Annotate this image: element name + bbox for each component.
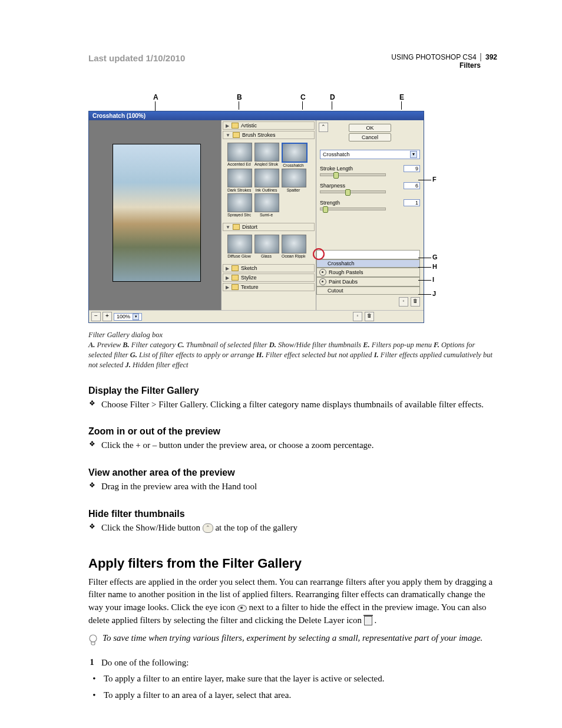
callout-e: E [399, 93, 404, 101]
param-label: Strength [320, 200, 340, 206]
eye-icon [237, 605, 247, 612]
thumb-dark-strokes[interactable]: Dark Strokes [227, 169, 251, 192]
body-text: To apply a filter to an area of a layer,… [104, 689, 291, 702]
stack-label: Crosshatch [328, 261, 355, 266]
preview-image [113, 144, 201, 282]
filter-stack: Crosshatch Rough Pastels Paint Daubs Cut… [316, 250, 420, 295]
bullet-item: •To apply a filter to an area of a layer… [91, 689, 497, 702]
dialog-titlebar: Crosshatch (100%) [89, 111, 424, 120]
filter-popup-menu[interactable]: Crosshatch ▾ [320, 150, 420, 159]
category-sketch[interactable]: ▶Sketch [223, 264, 315, 272]
text-run: Click the Show/Hide button [101, 523, 203, 532]
category-label: Brush Strokes [242, 132, 276, 138]
section-name: Filters [391, 61, 497, 70]
svg-point-0 [90, 635, 97, 642]
stack-item-crosshatch[interactable]: Crosshatch [316, 259, 420, 268]
thumb-ink-outlines[interactable]: Ink Outlines [254, 169, 278, 192]
stack-empty [316, 250, 420, 259]
bullet-item: ❖ Click the Show/Hide button ⌃ at the to… [88, 522, 497, 535]
param-label: Stroke Length [320, 166, 353, 172]
thumb-sprayed-strokes[interactable]: Sprayed Strokes [227, 193, 251, 217]
diamond-bullet-icon: ❖ [88, 522, 95, 535]
thumb-ocean-ripple[interactable]: Ocean Ripple [282, 235, 305, 258]
trash-icon [364, 616, 372, 625]
tip: To save time when trying various filters… [88, 633, 497, 647]
selected-filter-name: Crosshatch [323, 151, 350, 157]
page-number: 392 [485, 53, 497, 61]
thumb-sumi-e[interactable]: Sumi-e [254, 193, 278, 217]
brush-thumbnails: Accented Edges Angled Strokes Crosshatch… [222, 140, 316, 222]
new-effect-layer-button[interactable]: ▫ [399, 297, 408, 307]
heading-display-filter-gallery: Display the Filter Gallery [88, 386, 497, 396]
thumb-diffuse-glow[interactable]: Diffuse Glow [227, 235, 251, 258]
callout-ring [313, 248, 325, 260]
trash-icon[interactable]: 🗑 [365, 312, 374, 321]
body-paragraph: Filter effects are applied in the order … [88, 576, 497, 627]
figure-legend: A. Preview B. Filter category C. Thumbna… [88, 340, 497, 370]
eye-icon[interactable] [319, 278, 326, 285]
callout-b: B [237, 93, 242, 101]
zoom-in-button[interactable]: + [103, 312, 112, 321]
figure-caption-title: Filter Gallery dialog box [88, 330, 497, 340]
slider-stroke-length[interactable] [320, 173, 386, 176]
step-number: 1 [88, 657, 95, 670]
preview-pane[interactable] [89, 120, 222, 310]
stack-item-paint-daubs[interactable]: Paint Daubs [316, 277, 420, 286]
body-text: Drag in the preview area with the Hand t… [101, 480, 257, 493]
diamond-bullet-icon: ❖ [88, 439, 95, 452]
show-hide-button[interactable]: ⌃ [319, 123, 328, 132]
body-text: Click the Show/Hide button ⌃ at the top … [101, 522, 297, 535]
category-artistic[interactable]: ▶Artistic [223, 121, 315, 130]
category-label: Distort [242, 224, 257, 230]
callout-h: H [432, 263, 437, 270]
callout-f: F [432, 176, 437, 183]
body-text: To apply a filter to an entire layer, ma… [104, 673, 384, 686]
ok-button[interactable]: OK [349, 124, 391, 132]
param-strength: Strength 1 [320, 199, 420, 206]
body-text: Click the + or – button under the previe… [101, 439, 373, 452]
slider-sharpness[interactable] [320, 190, 386, 193]
doc-title: USING PHOTOSHOP CS4 [391, 53, 481, 61]
thumb-angled-strokes[interactable]: Angled Strokes [254, 143, 278, 167]
figure: A B C D E Crosshatch (100%) ▶Artistic ▼B… [88, 93, 497, 323]
chevron-down-icon: ▾ [133, 314, 139, 320]
filter-category-pane[interactable]: ▶Artistic ▼Brush Strokes Accented Edges … [222, 120, 316, 310]
stack-label: Cutout [328, 288, 343, 294]
category-label: Stylize [241, 275, 257, 281]
category-texture[interactable]: ▶Texture [223, 283, 315, 291]
page-header: Last updated 1/10/2010 USING PHOTOSHOP C… [88, 53, 497, 70]
last-updated: Last updated 1/10/2010 [88, 53, 185, 63]
thumb-glass[interactable]: Glass [254, 235, 278, 258]
stack-item-cutout[interactable]: Cutout [316, 286, 420, 295]
param-value[interactable]: 6 [404, 182, 420, 189]
eye-icon[interactable] [319, 269, 326, 276]
tip-text: To save time when trying various filters… [103, 633, 482, 647]
callout-c: C [300, 93, 306, 101]
filter-options-pane: ⌃ OK Cancel Crosshatch ▾ Stroke Length 9… [316, 120, 424, 310]
zoom-select[interactable]: 100%▾ [114, 313, 142, 321]
cancel-button[interactable]: Cancel [349, 133, 391, 141]
step-1: 1Do one of the following: [88, 657, 497, 670]
slider-strength[interactable] [320, 207, 386, 210]
heading-hide-thumbnails: Hide filter thumbnails [88, 509, 497, 519]
category-stylize[interactable]: ▶Stylize [223, 274, 315, 282]
thumb-spatter[interactable]: Spatter [282, 169, 305, 192]
thumb-accented-edges[interactable]: Accented Edges [227, 143, 251, 167]
param-stroke-length: Stroke Length 9 [320, 165, 420, 172]
param-value[interactable]: 1 [404, 199, 420, 206]
distort-thumbnails: Diffuse Glow Glass Ocean Ripple [222, 232, 316, 263]
zoom-out-button[interactable]: − [91, 312, 101, 321]
diamond-bullet-icon: ❖ [88, 398, 95, 411]
category-brush-strokes[interactable]: ▼Brush Strokes [223, 131, 315, 139]
stack-item-rough-pastels[interactable]: Rough Pastels [316, 268, 420, 277]
delete-effect-layer-button[interactable]: 🗑 [411, 297, 420, 307]
stack-label: Rough Pastels [329, 269, 363, 275]
param-sharpness: Sharpness 6 [320, 182, 420, 189]
category-distort[interactable]: ▼Distort [223, 223, 315, 231]
bullet-icon: • [91, 673, 98, 686]
param-value[interactable]: 9 [404, 165, 420, 172]
heading-view-another-area: View another area of the preview [88, 467, 497, 478]
thumb-crosshatch[interactable]: Crosshatch [282, 143, 305, 167]
new-effect-icon[interactable]: ▫ [353, 312, 362, 321]
dialog-statusbar: − + 100%▾ ▫ 🗑 [89, 310, 424, 322]
